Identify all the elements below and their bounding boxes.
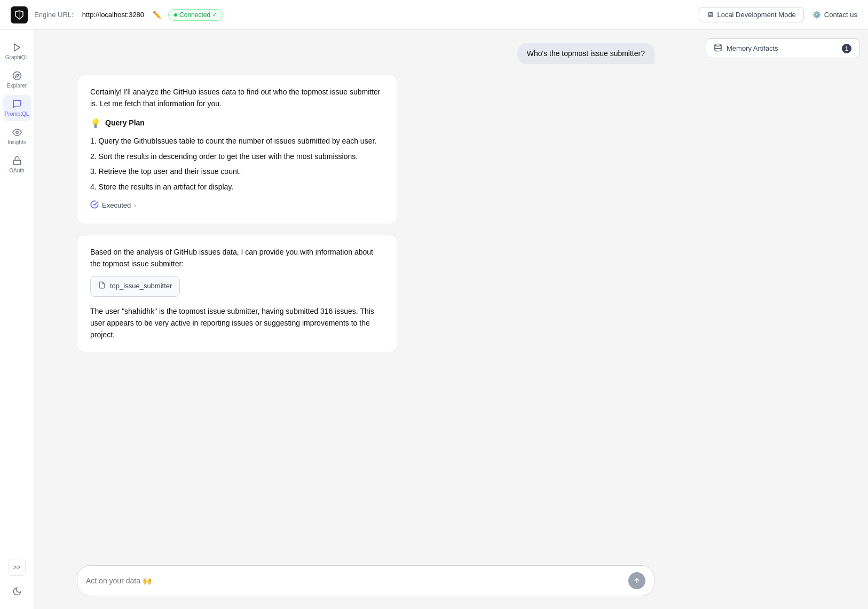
messages-container: Who's the topmost issue submitter? Certa… <box>34 43 697 557</box>
assistant-message-2: Based on the analysis of GitHub issues d… <box>77 235 397 352</box>
sidebar-item-oauth[interactable]: OAuth <box>3 152 31 178</box>
sidebar: GraphiQL Explorer PromptQL <box>0 30 34 609</box>
main-layout: GraphiQL Explorer PromptQL <box>0 30 868 609</box>
chat-input-area <box>34 565 697 596</box>
connected-indicator <box>174 13 177 17</box>
artifact-name: top_issue_submitter <box>110 281 172 292</box>
executed-row[interactable]: Executed › <box>90 199 384 213</box>
bulb-icon: 💡 <box>90 116 101 130</box>
gear-icon: ⚙️ <box>812 11 821 19</box>
artifact-chip[interactable]: top_issue_submitter <box>90 276 180 296</box>
svg-rect-5 <box>13 160 21 164</box>
sidebar-item-explorer[interactable]: Explorer <box>3 67 31 93</box>
svg-marker-1 <box>14 44 20 51</box>
chat-area: Who's the topmost issue submitter? Certa… <box>34 30 697 609</box>
sidebar-expand-button[interactable]: >> <box>9 559 26 576</box>
file-icon <box>98 280 106 292</box>
check-circle-icon <box>90 199 99 213</box>
query-plan-header: 💡 Query Plan <box>90 116 384 130</box>
memory-artifacts-button[interactable]: Memory Artifacts 1 <box>706 38 859 58</box>
check-icon: ✓ <box>212 11 217 18</box>
assistant-message-1: Certainly! I'll analyze the GitHub issue… <box>77 75 397 224</box>
connected-text: Connected <box>179 11 210 19</box>
edit-icon[interactable]: ✏️ <box>153 11 162 19</box>
assistant-text-after: The user "shahidhk" is the topmost issue… <box>90 305 384 341</box>
chevrons-right-icon: >> <box>13 564 20 571</box>
header-right-actions: 🖥 Local Development Mode ⚙️ Contact us <box>699 7 857 22</box>
sidebar-item-insights[interactable]: Insights <box>3 123 31 149</box>
assistant-intro: Certainly! I'll analyze the GitHub issue… <box>90 86 384 110</box>
connected-badge: Connected ✓ <box>168 9 223 21</box>
play-icon <box>12 43 22 52</box>
compass-icon <box>12 71 22 81</box>
sidebar-item-promptql[interactable]: PromptQL <box>3 95 31 121</box>
dev-mode-label: Local Development Mode <box>717 11 795 19</box>
chevron-right-icon: › <box>134 201 136 211</box>
eye-icon <box>12 128 22 137</box>
app-logo <box>11 6 28 23</box>
promptql-label: PromptQL <box>5 111 29 117</box>
engine-url-label: Engine URL: <box>34 11 74 19</box>
sidebar-item-theme[interactable] <box>3 582 31 600</box>
svg-point-4 <box>15 131 18 134</box>
artifacts-count: 1 <box>842 44 851 53</box>
oauth-label: OAuth <box>9 168 24 173</box>
database-icon <box>714 43 722 53</box>
dev-mode-button[interactable]: 🖥 Local Development Mode <box>699 7 803 22</box>
plan-step-1: 1. Query the GithubIssues table to count… <box>90 135 384 147</box>
svg-point-2 <box>13 72 21 80</box>
moon-icon <box>12 587 22 596</box>
top-header: Engine URL: http://localhost:3280 ✏️ Con… <box>0 0 868 30</box>
chat-input-wrapper <box>77 565 654 596</box>
assistant-text-before: Based on the analysis of GitHub issues d… <box>90 246 384 270</box>
engine-url-value: http://localhost:3280 <box>82 11 144 19</box>
explorer-label: Explorer <box>7 83 27 89</box>
content-area: Who's the topmost issue submitter? Certa… <box>34 30 868 609</box>
plan-step-2: 2. Sort the results in descending order … <box>90 151 384 162</box>
monitor-icon: 🖥 <box>707 11 714 19</box>
chat-icon <box>12 99 22 109</box>
sidebar-item-graphiql[interactable]: GraphiQL <box>3 38 31 65</box>
executed-label: Executed <box>102 200 131 211</box>
send-button[interactable] <box>628 572 645 589</box>
plan-step-4: 4. Store the results in an artifact for … <box>90 181 384 193</box>
chat-input[interactable] <box>86 576 622 585</box>
artifacts-label: Memory Artifacts <box>727 44 778 52</box>
user-message-text: Who's the topmost issue submitter? <box>527 49 645 58</box>
contact-button[interactable]: ⚙️ Contact us <box>812 11 857 19</box>
lock-icon <box>12 156 22 165</box>
query-plan-label: Query Plan <box>105 117 145 129</box>
artifacts-panel: Memory Artifacts 1 <box>697 30 868 609</box>
graphiql-label: GraphiQL <box>5 54 28 60</box>
svg-point-7 <box>715 44 721 46</box>
plan-step-3: 3. Retrieve the top user and their issue… <box>90 165 384 177</box>
svg-marker-3 <box>15 74 18 77</box>
contact-label: Contact us <box>824 11 857 19</box>
query-plan-steps: 1. Query the GithubIssues table to count… <box>90 135 384 193</box>
user-message-1: Who's the topmost issue submitter? <box>517 43 654 64</box>
insights-label: Insights <box>7 139 26 145</box>
